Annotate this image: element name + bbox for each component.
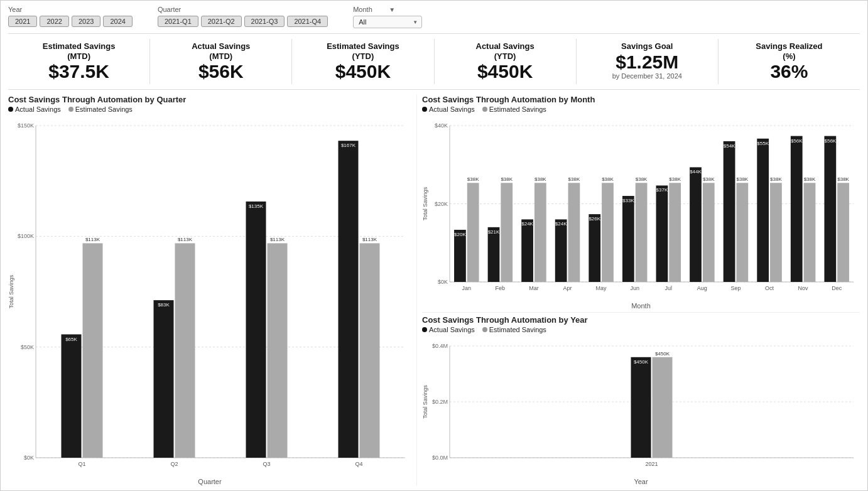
year-pill-2024[interactable]: 2024 [103, 16, 132, 27]
svg-text:$38K: $38K [501, 176, 513, 182]
svg-rect-67 [636, 183, 648, 282]
year-pills: 2021202220232024 [8, 16, 133, 27]
year-pill-2023[interactable]: 2023 [72, 16, 100, 27]
svg-text:$37K: $37K [656, 188, 668, 193]
year-filter-label: Year [8, 6, 133, 13]
estimated-dot [68, 107, 73, 112]
svg-text:$44K: $44K [690, 170, 702, 175]
kpi-card-3: Actual Savings(YTD)$450K [435, 39, 577, 84]
svg-text:Mar: Mar [529, 285, 539, 291]
svg-text:$167K: $167K [341, 143, 356, 148]
svg-text:Total Savings: Total Savings [8, 274, 14, 308]
svg-text:Q4: Q4 [355, 461, 362, 467]
quarter-chart-title: Cost Savings Through Automation by Quart… [8, 95, 411, 104]
kpi-value-3: $450K [440, 61, 571, 82]
year-pill-2021[interactable]: 2021 [8, 16, 37, 27]
svg-text:May: May [596, 285, 607, 291]
svg-rect-42 [467, 183, 479, 282]
svg-text:Dec: Dec [832, 285, 842, 291]
svg-text:$38K: $38K [636, 176, 648, 182]
svg-text:$38K: $38K [804, 176, 816, 182]
svg-text:$65K: $65K [65, 337, 77, 342]
month-filter-label: Month [353, 6, 386, 13]
svg-text:Total Savings: Total Savings [422, 385, 428, 419]
kpi-card-2: Estimated Savings(YTD)$450K [292, 39, 434, 84]
svg-rect-60 [589, 214, 600, 282]
year-chart-wrap: Total Savings$0.0M$0.2M$0.4M$450K$450K20… [422, 336, 860, 477]
svg-text:Jun: Jun [630, 285, 639, 291]
svg-text:$113K: $113K [85, 237, 100, 243]
svg-text:$38K: $38K [837, 176, 849, 182]
svg-rect-72 [669, 183, 681, 282]
svg-rect-13 [83, 244, 103, 458]
filters-row: Year 2021202220232024 Quarter 2021-Q1202… [8, 6, 860, 34]
svg-text:Oct: Oct [765, 285, 774, 291]
svg-text:$38K: $38K [467, 176, 479, 182]
svg-rect-50 [521, 220, 533, 283]
kpi-value-4: $1.25M [582, 51, 713, 72]
svg-text:$38K: $38K [669, 176, 681, 182]
svg-text:$33K: $33K [622, 198, 634, 203]
month-legend-estimated-label: Estimated Savings [489, 105, 546, 113]
svg-text:$113K: $113K [362, 237, 377, 243]
svg-rect-70 [656, 186, 668, 283]
svg-rect-16 [154, 300, 174, 458]
svg-rect-97 [837, 183, 849, 282]
svg-text:$54K: $54K [724, 143, 735, 149]
quarter-pills: 2021-Q12021-Q22021-Q32021-Q4 [158, 16, 328, 27]
month-actual-dot [422, 107, 427, 112]
month-legend-actual: Actual Savings [422, 105, 475, 113]
svg-text:$0.2M: $0.2M [432, 399, 448, 405]
svg-text:$38K: $38K [602, 176, 614, 182]
quarter-legend-estimated-label: Estimated Savings [75, 105, 133, 113]
svg-text:$0K: $0K [24, 455, 34, 461]
month-legend-estimated: Estimated Savings [482, 105, 546, 113]
kpi-card-5: Savings Realized(%)36% [719, 39, 860, 84]
kpi-card-1: Actual Savings(MTD)$56K [150, 39, 292, 84]
kpi-value-2: $450K [297, 61, 428, 82]
svg-rect-87 [770, 183, 782, 282]
quarter-pill-2021-Q3[interactable]: 2021-Q3 [244, 16, 285, 27]
quarter-legend-actual-label: Actual Savings [15, 105, 61, 113]
quarter-pill-2021-Q1[interactable]: 2021-Q1 [158, 16, 198, 27]
kpi-label-3: Actual Savings(YTD) [440, 41, 571, 61]
svg-text:Jan: Jan [462, 285, 472, 291]
svg-text:$50K: $50K [21, 344, 34, 350]
svg-text:Q1: Q1 [78, 461, 85, 467]
svg-rect-90 [791, 136, 803, 282]
svg-text:$450K: $450K [634, 359, 649, 365]
kpi-label-5: Savings Realized(%) [724, 41, 855, 61]
kpi-card-4: Savings Goal$1.25Mby December 31, 2024 [577, 39, 719, 84]
kpi-label-4: Savings Goal [582, 41, 713, 51]
svg-text:Aug: Aug [697, 285, 707, 291]
right-charts: Cost Savings Through Automation by Month… [422, 95, 860, 485]
svg-rect-18 [175, 244, 195, 458]
svg-rect-52 [534, 183, 546, 282]
svg-rect-11 [62, 335, 82, 458]
svg-rect-111 [653, 357, 673, 458]
quarter-x-axis-title: Quarter [8, 478, 411, 485]
svg-text:$450K: $450K [655, 351, 670, 357]
quarter-pill-2021-Q4[interactable]: 2021-Q4 [287, 16, 328, 27]
month-dropdown-box[interactable]: All [353, 16, 422, 28]
svg-rect-26 [339, 141, 359, 458]
year-estimated-dot [482, 327, 487, 332]
year-filter: Year 2021202220232024 [8, 6, 133, 27]
kpi-row: Estimated Savings(MTD)$37.5KActual Savin… [8, 39, 860, 90]
quarter-chart-legend: Actual Savings Estimated Savings [8, 105, 411, 113]
quarter-pill-2021-Q2[interactable]: 2021-Q2 [201, 16, 242, 27]
kpi-card-0: Estimated Savings(MTD)$37.5K [8, 39, 150, 84]
kpi-value-5: 36% [724, 61, 855, 82]
year-legend-actual: Actual Savings [422, 326, 475, 333]
year-pill-2022[interactable]: 2022 [40, 16, 68, 27]
year-legend-actual-label: Actual Savings [429, 326, 475, 333]
svg-rect-77 [703, 183, 715, 282]
svg-text:$83K: $83K [158, 302, 170, 308]
svg-text:$20K: $20K [435, 201, 448, 207]
kpi-value-0: $37.5K [13, 61, 144, 82]
svg-text:$135K: $135K [249, 203, 264, 209]
quarter-filter: Quarter 2021-Q12021-Q22021-Q32021-Q4 [158, 6, 328, 27]
year-legend-estimated-label: Estimated Savings [489, 326, 546, 333]
svg-text:Sep: Sep [730, 285, 741, 291]
svg-text:$0.4M: $0.4M [432, 343, 448, 349]
